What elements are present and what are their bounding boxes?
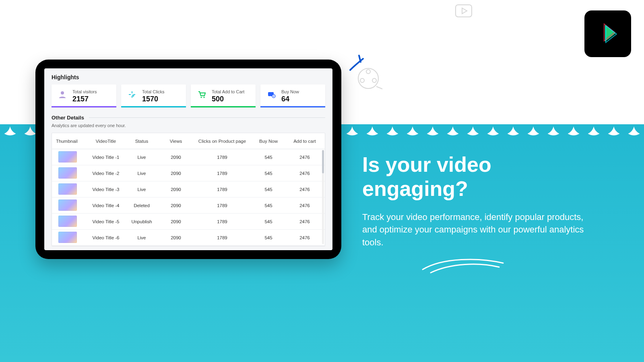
swoosh-icon (419, 253, 507, 278)
doodle-reel-icon (354, 64, 382, 93)
card-label: Total Clicks (142, 89, 165, 94)
cell-buy: 545 (252, 155, 285, 160)
card-accent (260, 106, 325, 107)
cell-buy: 545 (252, 187, 285, 192)
cell-status: Live (124, 187, 160, 192)
cell-add: 2476 (285, 155, 325, 160)
card-buy-now[interactable]: Buy Now 64 (260, 84, 325, 107)
cell-clicks: 1789 (192, 203, 252, 208)
cart-icon (196, 89, 207, 100)
thumbnail-image (58, 151, 77, 162)
cell-clicks: 1789 (192, 171, 252, 176)
highlights-heading: Highlights (52, 74, 325, 80)
app-logo (584, 10, 631, 57)
other-details-heading: Other Details (52, 115, 84, 121)
cell-status: Deleted (124, 203, 160, 208)
card-value: 500 (212, 95, 244, 103)
table-row[interactable]: Video Title -4Deleted209017895452476 (52, 197, 325, 214)
user-icon (57, 89, 68, 100)
thumbnail-image (58, 200, 77, 211)
cell-title: Video Title -2 (88, 171, 124, 176)
svg-rect-4 (456, 5, 472, 17)
card-label: Total Add to Cart (212, 89, 244, 94)
cell-add: 2476 (285, 171, 325, 176)
cell-add: 2476 (285, 235, 325, 240)
cell-views: 2090 (160, 187, 192, 192)
table-row[interactable]: Video Title -6Live209017895452476 (52, 230, 325, 246)
buy-icon (266, 89, 277, 100)
cell-status: Live (124, 171, 160, 176)
cell-views: 2090 (160, 203, 192, 208)
col-addtocart: Add to cart (285, 139, 325, 144)
cell-views: 2090 (160, 219, 192, 224)
hero-copy: Is your video engaging? Track your video… (362, 153, 588, 249)
table-row[interactable]: Video Title -1Live209017895452476 (52, 149, 325, 165)
cell-buy: 545 (252, 203, 285, 208)
col-thumbnail: Thumbnail (52, 139, 88, 144)
analytics-table: Thumbnail VideoTitle Status Views Clicks… (52, 133, 325, 246)
card-label: Buy Now (281, 89, 299, 94)
thumbnail-image (58, 232, 77, 243)
cell-title: Video Title -1 (88, 155, 124, 160)
click-icon (127, 89, 137, 100)
highlight-cards: Total visitors 2157 Total Clicks 1570 To… (52, 84, 325, 107)
cell-status: Unpublish (124, 219, 160, 224)
col-clicks: Clicks on Product page (192, 139, 252, 144)
thumbnail-image (58, 167, 77, 179)
card-value: 1570 (142, 95, 165, 103)
table-scrollbar[interactable] (322, 150, 324, 244)
svg-point-3 (372, 78, 376, 82)
cell-status: Live (124, 235, 160, 240)
cell-clicks: 1789 (192, 219, 252, 224)
card-total-clicks[interactable]: Total Clicks 1570 (121, 84, 186, 107)
tablet-frame: Highlights Total visitors 2157 Total Cli… (35, 60, 341, 259)
doodle-play-icon (455, 4, 473, 19)
svg-point-7 (203, 97, 204, 98)
card-add-to-cart[interactable]: Total Add to Cart 500 (191, 84, 256, 107)
svg-point-6 (200, 97, 202, 98)
cell-add: 2476 (285, 187, 325, 192)
card-accent (121, 106, 186, 107)
card-accent (52, 106, 116, 107)
cell-views: 2090 (160, 171, 192, 176)
cell-status: Live (124, 155, 160, 160)
dashboard-screen: Highlights Total visitors 2157 Total Cli… (44, 68, 332, 250)
card-label: Total visitors (72, 89, 97, 94)
col-status: Status (124, 139, 160, 144)
cell-title: Video Title -3 (88, 187, 124, 192)
hero-body: Track your video performance, identify p… (362, 211, 588, 249)
cell-buy: 545 (252, 171, 285, 176)
thumbnail-image (58, 183, 77, 195)
table-row[interactable]: Video Title -2Live209017895452476 (52, 165, 325, 181)
table-body: Video Title -1Live209017895452476Video T… (52, 149, 325, 246)
svg-point-1 (366, 70, 370, 74)
table-row[interactable]: Video Title -3Live209017895452476 (52, 181, 325, 197)
col-buynow: Buy Now (252, 139, 285, 144)
col-videotitle: VideoTitle (88, 139, 124, 144)
card-value: 2157 (72, 95, 97, 103)
cell-views: 2090 (160, 235, 192, 240)
cell-title: Video Title -6 (88, 235, 124, 240)
card-accent (191, 106, 256, 107)
cell-clicks: 1789 (192, 187, 252, 192)
col-views: Views (160, 139, 192, 144)
svg-point-5 (61, 91, 64, 95)
table-header: Thumbnail VideoTitle Status Views Clicks… (52, 133, 325, 149)
table-row[interactable]: Video Title -5Unpublish209017895452476 (52, 214, 325, 230)
cell-buy: 545 (252, 235, 285, 240)
cell-add: 2476 (285, 219, 325, 224)
cell-add: 2476 (285, 203, 325, 208)
cell-clicks: 1789 (192, 155, 252, 160)
cell-buy: 545 (252, 219, 285, 224)
svg-point-2 (360, 78, 364, 82)
update-note: Analytics are updated every one hour. (52, 123, 325, 128)
cell-views: 2090 (160, 155, 192, 160)
divider (89, 117, 325, 118)
cell-title: Video Title -5 (88, 219, 124, 224)
hero-title: Is your video engaging? (362, 153, 588, 201)
card-total-visitors[interactable]: Total visitors 2157 (52, 84, 116, 107)
thumbnail-image (58, 216, 77, 227)
card-value: 64 (281, 95, 299, 103)
cell-clicks: 1789 (192, 235, 252, 240)
cell-title: Video Title -4 (88, 203, 124, 208)
